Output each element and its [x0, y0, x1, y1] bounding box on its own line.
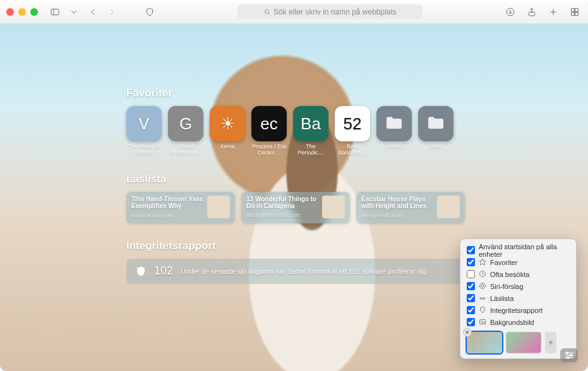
favorite-label: Hem	[429, 144, 441, 150]
close-window-button[interactable]	[6, 8, 14, 16]
popover-option-row[interactable]: Bakgrundsbild	[467, 316, 570, 328]
favorite-label: Best Banoffee…	[335, 144, 370, 156]
background-thumbnail-row: ✕	[467, 332, 570, 353]
favorite-item[interactable]: ☀Xenia	[210, 106, 245, 156]
site-icon: G	[168, 106, 203, 141]
favorite-label: The Vera List Center	[126, 144, 162, 156]
svg-point-21	[481, 321, 483, 322]
favorite-item[interactable]: GGrand Central M…	[168, 106, 203, 156]
start-page-background: Favoriter VThe Vera List CenterGGrand Ce…	[0, 24, 588, 371]
popover-option-checkbox[interactable]	[467, 282, 475, 290]
favorite-label: Process / Era Ceram…	[251, 144, 287, 156]
popover-option-label: Siri-förslag	[490, 283, 524, 290]
svg-point-16	[481, 285, 484, 287]
readinglist-row: This Hand-Thrown Vase Exemplifies Why Ce…	[126, 192, 525, 223]
favorite-item[interactable]: Arbete	[376, 106, 412, 156]
readinglist-card[interactable]: 13 Wonderful Things to Do in Cartagenaal…	[241, 192, 350, 223]
sidebar-toggle-button[interactable]	[48, 5, 62, 19]
readinglist-thumb	[207, 196, 230, 218]
favorite-item[interactable]: Hem	[418, 106, 453, 156]
image-icon	[479, 318, 486, 327]
svg-point-27	[567, 352, 568, 354]
back-button[interactable]	[86, 5, 100, 19]
readinglist-domain: design-milk.com	[361, 213, 433, 219]
svg-point-28	[570, 355, 572, 356]
svg-rect-9	[572, 8, 575, 11]
popover-option-checkbox[interactable]	[467, 318, 475, 326]
svg-rect-10	[575, 8, 579, 11]
site-icon: Ba	[293, 106, 328, 141]
start-page-settings-popover: Använd startsidan på alla enheter Favori…	[460, 238, 577, 359]
favorites-row: VThe Vera List CenterGGrand Central M…☀X…	[126, 106, 525, 156]
address-placeholder: Sök eller skriv in namn på webbplats	[273, 8, 397, 16]
svg-marker-13	[479, 259, 486, 265]
star-icon	[479, 258, 486, 267]
popover-option-label: Bakgrundsbild	[490, 319, 534, 326]
sync-start-page-checkbox[interactable]	[467, 246, 475, 254]
svg-point-29	[567, 356, 569, 358]
folder-icon	[418, 106, 453, 141]
window-traffic-lights	[6, 8, 38, 16]
start-page-settings-button[interactable]	[560, 348, 578, 362]
readinglist-thumb	[437, 196, 460, 218]
address-search-field[interactable]: Sök eller skriv in namn på webbplats	[237, 4, 423, 20]
siri-icon	[479, 282, 486, 291]
site-icon: ec	[251, 106, 287, 141]
readinglist-domain: alongdustyroads.com	[246, 212, 318, 218]
popover-option-label: Favoriter	[490, 259, 517, 266]
shield-icon	[135, 266, 147, 277]
readinglist-card[interactable]: This Hand-Thrown Vase Exemplifies Why Ce…	[126, 192, 235, 223]
popover-option-row[interactable]: Läslista	[467, 292, 570, 304]
favorite-item[interactable]: VThe Vera List Center	[126, 106, 162, 156]
forward-button[interactable]	[105, 5, 119, 19]
readinglist-title: Escobar House Plays with Height and Line…	[361, 196, 433, 211]
readinglist-card[interactable]: Escobar House Plays with Height and Line…	[356, 192, 465, 223]
new-tab-button[interactable]	[546, 5, 560, 19]
favorite-item[interactable]: ecProcess / Era Ceram…	[251, 106, 287, 156]
favorite-item[interactable]: BaThe Periodic…	[293, 106, 328, 156]
popover-option-row[interactable]: Siri-förslag	[467, 280, 570, 292]
background-thumb-1[interactable]	[467, 332, 502, 353]
downloads-button[interactable]	[503, 5, 517, 19]
background-add-button[interactable]	[545, 332, 556, 353]
popover-option-label: Ofta besökta	[490, 271, 529, 278]
readinglist-thumb	[322, 196, 345, 218]
minimize-window-button[interactable]	[18, 8, 26, 16]
sync-start-page-row[interactable]: Använd startsidan på alla enheter	[467, 244, 570, 256]
share-button[interactable]	[525, 5, 539, 19]
favorite-item[interactable]: 52Best Banoffee…	[335, 106, 370, 156]
fullscreen-window-button[interactable]	[30, 8, 38, 16]
favorite-label: Grand Central M…	[168, 144, 203, 156]
popover-option-checkbox[interactable]	[467, 258, 475, 266]
svg-rect-0	[51, 9, 59, 15]
privacy-summary-text: Under de senaste sju dagarna har Safari …	[181, 268, 426, 275]
tab-groups-dropdown[interactable]	[67, 5, 81, 19]
privacy-shield-button[interactable]	[143, 5, 157, 19]
popover-option-label: Integritetsrapport	[490, 307, 543, 314]
site-icon: 52	[335, 106, 370, 141]
popover-option-row[interactable]: Favoriter	[467, 256, 570, 268]
popover-option-label: Läslista	[490, 295, 513, 302]
favorite-label: Arbete	[386, 144, 403, 150]
popover-option-row[interactable]: Ofta besökta	[467, 268, 570, 280]
tab-overview-button[interactable]	[568, 5, 582, 19]
clock-icon	[479, 270, 486, 279]
background-clear-button[interactable]: ✕	[463, 328, 472, 337]
toolbar: Sök eller skriv in namn på webbplats	[0, 0, 588, 24]
privacy-tracker-count: 102	[154, 264, 173, 278]
glasses-icon	[479, 294, 486, 303]
svg-point-18	[483, 297, 485, 299]
shield-icon	[479, 306, 486, 315]
svg-point-2	[265, 9, 269, 13]
popover-option-checkbox[interactable]	[467, 294, 475, 302]
popover-option-checkbox[interactable]	[467, 270, 475, 278]
privacy-report-card[interactable]: 102 Under de senaste sju dagarna har Saf…	[126, 259, 518, 284]
popover-option-row[interactable]: Integritetsrapport	[467, 304, 570, 316]
safari-window: Sök eller skriv in namn på webbplats Fav…	[0, 0, 588, 371]
svg-point-17	[480, 297, 482, 299]
svg-point-15	[480, 283, 486, 288]
svg-rect-12	[575, 12, 579, 15]
background-thumb-2[interactable]	[506, 332, 541, 353]
svg-line-3	[268, 13, 270, 14]
popover-option-checkbox[interactable]	[467, 306, 475, 314]
